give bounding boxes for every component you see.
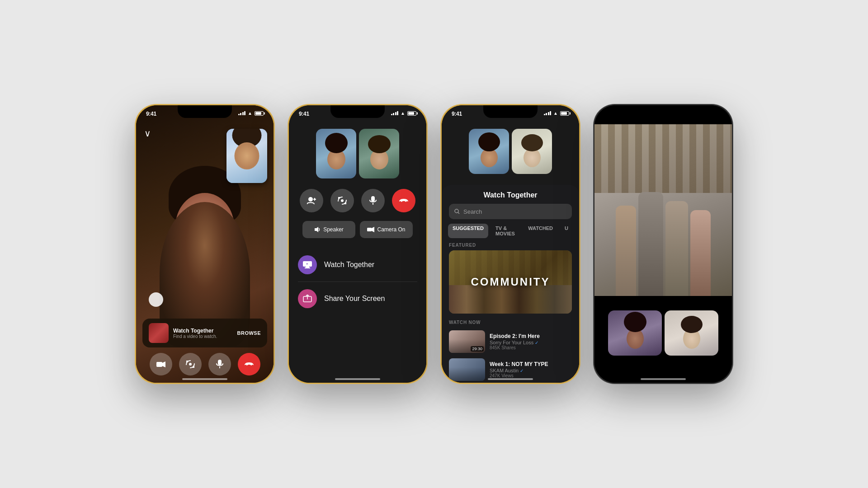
signal-bars-3: [544, 111, 552, 115]
microphone-button-2[interactable]: [361, 189, 385, 212]
signal-bar: [393, 113, 394, 115]
svg-point-12: [341, 199, 344, 202]
svg-rect-16: [367, 228, 372, 231]
status-time-3: 9:41: [452, 111, 462, 117]
watch-together-browser: Watch Together Search SUGGESTED TV & MOV…: [442, 185, 579, 383]
wt-subtitle: Find a video to watch.: [173, 334, 233, 339]
signal-bar: [550, 111, 551, 115]
wifi-icon-1: ▲: [248, 111, 252, 116]
phone-4-notch: [636, 105, 690, 118]
video-views-2: 247K Views: [490, 373, 572, 378]
svg-rect-0: [156, 362, 162, 367]
signal-bar: [242, 112, 244, 115]
svg-point-4: [189, 363, 192, 366]
end-call-button-2[interactable]: [392, 189, 415, 212]
status-time-2: 9:41: [299, 111, 309, 117]
svg-rect-13: [371, 196, 375, 202]
phone-1-screen: 9:41 ▲: [136, 105, 274, 383]
flip-camera-button-2[interactable]: [330, 189, 354, 212]
camera-label: Camera On: [377, 226, 405, 233]
speaker-label: Speaker: [323, 226, 344, 233]
video-title-1: Episode 2: I'm Here: [490, 333, 572, 340]
status-icons-1: ▲: [238, 111, 264, 116]
video-channel-2: SKAM Austin ✓: [490, 368, 572, 373]
signal-bar: [397, 111, 398, 115]
video-channel-1: Sorry For Your Loss ✓: [490, 340, 572, 345]
end-call-button[interactable]: [238, 353, 260, 375]
pip-row-2: [289, 124, 426, 183]
signal-bars-1: [238, 111, 246, 115]
tab-tv-movies[interactable]: TV & MOVIES: [491, 224, 521, 238]
svg-rect-5: [218, 360, 222, 365]
home-indicator-1[interactable]: [182, 378, 227, 380]
tab-u[interactable]: U: [560, 224, 573, 238]
watch-together-banner[interactable]: Watch Together Find a video to watch. BR…: [142, 319, 267, 347]
status-icons-3: ▲: [544, 111, 569, 116]
signal-bar: [391, 114, 392, 115]
watch-together-menu-item[interactable]: Watch Together: [298, 248, 417, 282]
share-screen-icon: [298, 289, 317, 308]
camera-on-option[interactable]: Camera On: [360, 221, 413, 238]
battery-icon-3: [560, 111, 569, 116]
home-indicator-3[interactable]: [488, 378, 533, 380]
phone-3-notch: [483, 105, 538, 118]
content-tabs: SUGGESTED TV & MOVIES WATCHED U: [442, 224, 579, 238]
signal-bar: [548, 112, 549, 115]
wt-thumbnail: [149, 323, 169, 343]
svg-rect-19: [306, 267, 309, 267]
call-controls-1: [142, 353, 267, 375]
svg-line-25: [458, 212, 459, 214]
phone-2-screen: 9:41 ▲: [289, 105, 426, 383]
home-indicator-2[interactable]: [335, 378, 380, 380]
flip-camera-button[interactable]: [179, 353, 202, 375]
browse-button[interactable]: BROWSE: [237, 330, 261, 336]
battery-fill: [561, 112, 567, 115]
speaker-option[interactable]: Speaker: [302, 221, 355, 238]
video-item-1[interactable]: 29:30 Episode 2: I'm Here Sorry For Your…: [442, 328, 579, 356]
home-indicator-4[interactable]: [641, 378, 686, 380]
watch-now-label: WATCH NOW: [442, 318, 579, 328]
video-button[interactable]: [150, 353, 172, 375]
video-views-1: 845K Shares: [490, 345, 572, 350]
signal-bar: [395, 112, 396, 115]
tab-suggested[interactable]: SUGGESTED: [448, 224, 488, 238]
wt-text: Watch Together Find a video to watch.: [173, 328, 233, 339]
pip-person: [226, 129, 267, 183]
featured-card[interactable]: COMMUNITY Season 5 Trailer Community ✓ 5…: [449, 250, 572, 314]
svg-rect-20: [305, 267, 310, 268]
chevron-down-icon[interactable]: ∨: [144, 128, 151, 139]
phone-1: 9:41 ▲: [135, 104, 275, 384]
phone-4-screen: [594, 105, 732, 383]
pip-person-3a: [469, 129, 509, 174]
verified-check-v1: ✓: [535, 340, 538, 345]
search-bar[interactable]: Search: [449, 204, 572, 219]
battery-icon-1: [255, 111, 264, 116]
video-title-2: Week 1: NOT MY TYPE: [490, 361, 572, 368]
battery-fill: [408, 112, 414, 115]
video-duration-1: 29:30: [471, 346, 484, 352]
phone-1-display: 9:41 ▲: [136, 105, 274, 383]
phone-3-screen: 9:41 ▲: [442, 105, 579, 383]
pip-row-4: [594, 306, 732, 360]
video-thumbnail-2: [449, 358, 485, 381]
share-your-screen-label: Share Your Screen: [324, 295, 385, 303]
bottom-bar-1: Watch Together Find a video to watch. BR…: [136, 319, 274, 375]
pip-person-3b: [512, 129, 552, 174]
pip-thumbnail-1: [226, 129, 267, 183]
community-title: COMMUNITY: [471, 276, 550, 288]
add-person-button[interactable]: [300, 189, 323, 212]
share-screen-menu-item[interactable]: Share Your Screen: [298, 282, 417, 315]
pip-face: [235, 142, 259, 169]
svg-point-24: [455, 209, 458, 213]
pip-person-4a: [608, 310, 662, 356]
battery-icon-2: [407, 111, 416, 116]
microphone-button[interactable]: [208, 353, 231, 375]
status-time-1: 9:41: [146, 111, 156, 117]
pip-person-4b: [665, 310, 718, 356]
community-show-bg: COMMUNITY: [449, 250, 572, 314]
phone-4: [593, 104, 733, 384]
signal-bar: [240, 113, 241, 115]
phone-1-notch: [178, 105, 232, 118]
signal-bar: [546, 113, 547, 115]
tab-watched[interactable]: WATCHED: [524, 224, 557, 238]
